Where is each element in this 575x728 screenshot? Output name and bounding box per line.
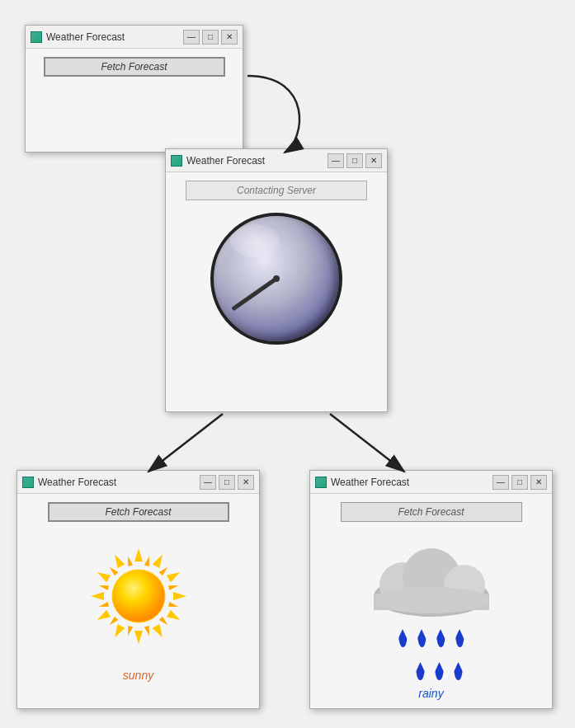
svg-marker-8 <box>95 610 111 624</box>
rain-row-1 <box>398 629 464 647</box>
spinner-highlight <box>230 224 280 257</box>
arrow-win2-to-win4 <box>330 414 404 472</box>
spinner-container <box>210 213 342 345</box>
svg-marker-7 <box>111 624 125 640</box>
app-icon-3 <box>22 477 34 488</box>
titlebar-3: Weather Forecast — □ ✕ <box>17 471 259 494</box>
app-icon-1 <box>31 31 42 43</box>
spinner-circle <box>210 213 342 345</box>
window-4: Weather Forecast — □ ✕ Fetch Forecast <box>309 470 553 709</box>
minimize-button-3[interactable]: — <box>200 475 216 490</box>
body-2: Contacting Server <box>166 172 387 353</box>
svg-marker-15 <box>167 602 178 609</box>
app-icon-2 <box>171 155 182 167</box>
spinner-hand <box>231 277 277 311</box>
spinner-center <box>273 275 280 282</box>
body-4: Fetch Forecast <box>310 494 552 708</box>
title-1: Weather Forecast <box>46 31 183 43</box>
svg-marker-6 <box>134 631 143 644</box>
svg-marker-1 <box>152 552 166 568</box>
svg-marker-14 <box>167 583 178 590</box>
titlebar-4: Weather Forecast — □ ✕ <box>310 471 552 494</box>
window-1: Weather Forecast — □ ✕ Fetch Forecast <box>25 25 243 153</box>
minimize-button-4[interactable]: — <box>493 475 509 490</box>
title-4: Weather Forecast <box>331 477 493 488</box>
body-3: Fetch Forecast <box>17 494 259 690</box>
title-3: Weather Forecast <box>38 477 200 488</box>
svg-marker-17 <box>144 626 151 636</box>
raindrop <box>455 629 464 647</box>
fetch-forecast-button-1[interactable]: Fetch Forecast <box>44 57 225 77</box>
minimize-button-2[interactable]: — <box>328 153 344 168</box>
raindrop <box>454 662 463 680</box>
raindrop <box>435 662 444 680</box>
minimize-button-1[interactable]: — <box>183 30 200 45</box>
svg-marker-10 <box>95 569 111 583</box>
close-button-1[interactable]: ✕ <box>221 30 238 45</box>
titlebar-1: Weather Forecast — □ ✕ <box>26 26 243 49</box>
window-2: Weather Forecast — □ ✕ Contacting Server <box>165 148 388 412</box>
app-icon-4 <box>315 477 327 488</box>
titlebar-buttons-2: — □ ✕ <box>328 153 382 168</box>
sun-svg <box>73 530 205 662</box>
svg-marker-4 <box>166 610 181 624</box>
svg-marker-19 <box>107 617 118 627</box>
fetch-forecast-button-3[interactable]: Fetch Forecast <box>48 502 229 522</box>
fetch-forecast-button-4[interactable]: Fetch Forecast <box>341 502 522 522</box>
close-button-3[interactable]: ✕ <box>238 475 254 490</box>
cloud-container <box>357 534 506 680</box>
maximize-button-4[interactable]: □ <box>511 475 528 490</box>
sun-container <box>73 530 205 662</box>
titlebar-buttons-4: — □ ✕ <box>493 475 547 490</box>
maximize-button-1[interactable]: □ <box>202 30 219 45</box>
arrow-win2-to-win3 <box>148 414 223 472</box>
svg-marker-2 <box>166 569 181 583</box>
svg-point-24 <box>112 570 165 622</box>
raindrop <box>436 629 445 647</box>
svg-marker-3 <box>173 592 186 600</box>
window-3: Weather Forecast — □ ✕ Fetch Forecast <box>16 470 260 709</box>
rain-row-2 <box>416 662 463 680</box>
svg-marker-5 <box>152 624 166 640</box>
raindrop <box>416 662 425 680</box>
contacting-server-label: Contacting Server <box>186 181 367 200</box>
raindrop <box>398 629 408 647</box>
titlebar-buttons-3: — □ ✕ <box>200 475 254 490</box>
maximize-button-3[interactable]: □ <box>219 475 235 490</box>
svg-marker-11 <box>111 552 125 568</box>
maximize-button-2[interactable]: □ <box>346 153 363 168</box>
sun-rays-group <box>91 548 186 644</box>
sunny-label: sunny <box>123 669 153 682</box>
rainy-label: rainy <box>418 687 443 700</box>
svg-marker-20 <box>97 602 108 609</box>
arrow-win1-to-win2 <box>247 76 299 153</box>
svg-marker-22 <box>107 566 118 576</box>
svg-marker-0 <box>134 548 143 561</box>
rain-drops <box>365 629 497 680</box>
raindrop <box>417 629 427 647</box>
close-button-2[interactable]: ✕ <box>365 153 382 168</box>
close-button-4[interactable]: ✕ <box>530 475 547 490</box>
svg-marker-23 <box>125 556 133 566</box>
titlebar-buttons-1: — □ ✕ <box>183 30 238 45</box>
svg-marker-9 <box>91 592 104 600</box>
svg-point-30 <box>374 587 489 613</box>
titlebar-2: Weather Forecast — □ ✕ <box>166 149 387 172</box>
title-2: Weather Forecast <box>186 155 328 167</box>
svg-marker-18 <box>125 626 133 636</box>
body-1: Fetch Forecast <box>26 49 243 85</box>
cloud-svg <box>357 534 506 625</box>
svg-marker-12 <box>144 556 151 566</box>
svg-marker-21 <box>97 583 108 590</box>
svg-marker-13 <box>158 566 169 576</box>
svg-marker-16 <box>158 617 169 627</box>
